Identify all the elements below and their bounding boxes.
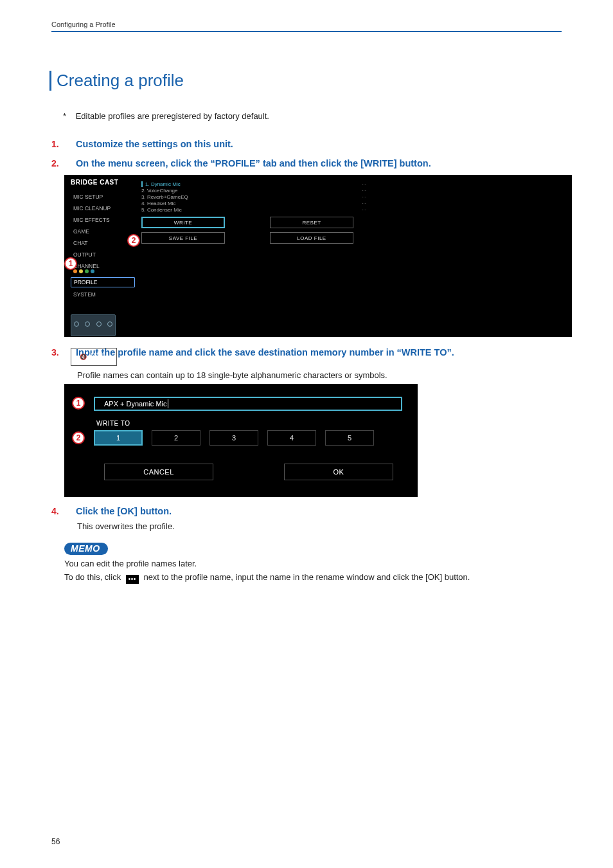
profile-list: 1. Dynamic Mic··· 2. VoiceChange··· 3. R… bbox=[141, 181, 366, 213]
memo-line-1: You can edit the profile names later. bbox=[64, 557, 562, 571]
step-number: 2. bbox=[51, 158, 63, 168]
cancel-button[interactable]: CANCEL bbox=[104, 464, 213, 480]
callout-badge-1: 1 bbox=[64, 257, 77, 270]
text-cursor-icon bbox=[168, 399, 168, 408]
step-title: Click the [OK] button. bbox=[76, 506, 172, 516]
app-brand: BRIDGE CAST bbox=[71, 179, 135, 186]
save-file-button[interactable]: SAVE FILE bbox=[141, 232, 225, 244]
more-icon[interactable]: ··· bbox=[362, 188, 366, 194]
more-icon[interactable]: ··· bbox=[362, 201, 366, 206]
running-header: Configuring a Profile bbox=[51, 21, 562, 32]
sidebar-item-system[interactable]: SYSTEM bbox=[71, 290, 135, 299]
sidebar-item-profile[interactable]: PROFILE bbox=[71, 277, 135, 287]
level-meter-button[interactable]: 🔇 LEVELMETER bbox=[71, 348, 117, 366]
write-slot-4[interactable]: 4 bbox=[267, 430, 316, 446]
profile-list-item[interactable]: 1. Dynamic Mic··· bbox=[141, 181, 366, 187]
dot-yellow-icon bbox=[79, 269, 83, 273]
asterisk: * bbox=[63, 111, 73, 121]
dot-green-icon bbox=[85, 269, 89, 273]
step-body: Profile names can contain up to 18 singl… bbox=[77, 370, 562, 380]
dot-cyan-icon bbox=[91, 269, 94, 273]
write-to-label: WRITE TO bbox=[96, 420, 130, 427]
sidebar-item-mic-effects[interactable]: MIC EFFECTS bbox=[71, 215, 135, 224]
step-number: 1. bbox=[51, 139, 63, 149]
write-slot-3[interactable]: 3 bbox=[209, 430, 258, 446]
memo-badge: MEMO bbox=[64, 543, 108, 555]
profile-name: 2. VoiceChange bbox=[141, 188, 178, 194]
write-slot-2[interactable]: 2 bbox=[152, 430, 200, 446]
load-file-button[interactable]: LOAD FILE bbox=[270, 232, 353, 244]
memo-line-2b: next to the profile name, input the name… bbox=[143, 572, 470, 582]
speaker-icon: 🔇 bbox=[80, 354, 87, 360]
profile-list-item[interactable]: 5. Condenser Mic··· bbox=[141, 207, 366, 213]
more-icon[interactable]: ··· bbox=[362, 181, 366, 187]
channel-dots bbox=[73, 269, 132, 273]
section-heading: Creating a profile bbox=[49, 71, 562, 91]
write-to-slots: 1 2 3 4 5 bbox=[94, 430, 374, 446]
screenshot-profile-screen: BRIDGE CAST MIC SETUP MIC CLEANUP MIC EF… bbox=[64, 175, 572, 337]
profile-list-item[interactable]: 2. VoiceChange··· bbox=[141, 188, 366, 194]
more-icon[interactable]: ··· bbox=[362, 207, 366, 213]
more-menu-icon: ••• bbox=[126, 575, 139, 584]
step-title: Customize the settings on this unit. bbox=[76, 139, 233, 149]
note-text: Editable profiles are preregistered by f… bbox=[76, 111, 269, 121]
memo-line-2: To do this, click ••• next to the profil… bbox=[64, 571, 562, 584]
profile-name-value: APX + Dynamic Mic bbox=[104, 400, 167, 408]
device-thumbnail-icon bbox=[71, 314, 116, 336]
profile-list-item[interactable]: 3. Reverb+GameEQ··· bbox=[141, 194, 366, 200]
write-button[interactable]: WRITE bbox=[141, 217, 225, 228]
step-number: 3. bbox=[51, 347, 63, 357]
more-icon[interactable]: ··· bbox=[362, 194, 366, 200]
ok-button[interactable]: OK bbox=[284, 464, 393, 480]
sidebar-item-game[interactable]: GAME bbox=[71, 227, 135, 236]
factory-note: * Editable profiles are preregistered by… bbox=[63, 111, 562, 121]
profile-name: 3. Reverb+GameEQ bbox=[141, 194, 188, 200]
profile-name-input[interactable]: APX + Dynamic Mic bbox=[94, 397, 402, 411]
memo-line-2a: To do this, click bbox=[64, 572, 121, 582]
write-slot-5[interactable]: 5 bbox=[325, 430, 374, 446]
callout-badge-2: 2 bbox=[127, 234, 140, 247]
sidebar-item-output[interactable]: OUTPUT bbox=[71, 250, 135, 259]
sidebar-item-mic-cleanup[interactable]: MIC CLEANUP bbox=[71, 204, 135, 213]
screenshot-write-dialog: APX + Dynamic Mic WRITE TO 1 2 3 4 5 CAN… bbox=[64, 384, 418, 497]
sidebar-item-mic-setup[interactable]: MIC SETUP bbox=[71, 192, 135, 201]
step-body: This overwrites the profile. bbox=[77, 521, 562, 531]
write-slot-1[interactable]: 1 bbox=[94, 430, 143, 446]
step-title: On the menu screen, click the “PROFILE” … bbox=[76, 158, 431, 168]
level-label-line2: METER bbox=[91, 357, 107, 362]
channel-label: CHANNEL bbox=[73, 263, 100, 269]
callout-badge-1: 1 bbox=[72, 397, 85, 410]
profile-name: 4. Headset Mic bbox=[141, 201, 175, 206]
page-number: 56 bbox=[51, 837, 60, 846]
callout-badge-2: 2 bbox=[72, 431, 85, 444]
profile-name: 1. Dynamic Mic bbox=[145, 181, 181, 187]
profile-list-item[interactable]: 4. Headset Mic··· bbox=[141, 201, 366, 206]
dot-orange-icon bbox=[73, 269, 77, 273]
reset-button[interactable]: RESET bbox=[270, 217, 353, 228]
step-number: 4. bbox=[51, 506, 63, 516]
sidebar-item-chat[interactable]: CHAT bbox=[71, 239, 135, 248]
sidebar-item-channel[interactable]: CHANNEL bbox=[71, 262, 135, 275]
profile-name: 5. Condenser Mic bbox=[141, 207, 182, 213]
